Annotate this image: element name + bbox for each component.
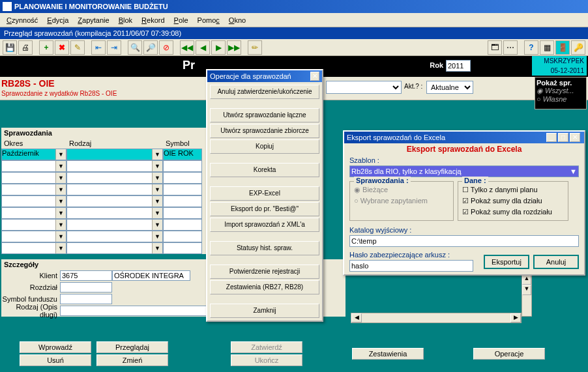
ukoncz-button[interactable]: Ukończ [231, 354, 302, 366]
operacje-titlebar[interactable]: Operacje dla sprawozdań ✕ [207, 70, 322, 82]
close-icon[interactable]: ✕ [310, 72, 319, 81]
maximize-icon[interactable]: □ [558, 133, 568, 142]
menu-rekord[interactable]: Rekord [138, 15, 168, 25]
chevron-down-icon[interactable]: ▼ [55, 149, 66, 160]
delete-icon[interactable]: ✖ [55, 40, 69, 55]
anuluj-zatw-button[interactable]: Anuluj zatwierdzenie/ukończenie [210, 85, 319, 99]
menu-pomoc[interactable]: Pomoc [194, 15, 224, 25]
table-row[interactable]: ▼▼ [1, 184, 209, 195]
eksport-titlebar[interactable]: Eksport sprawozdań do Excela _ □ ✕ [344, 132, 584, 143]
vertical-scrollbar[interactable]: ▲ ▼ [522, 274, 532, 317]
rok-input[interactable] [446, 60, 471, 72]
query2-icon[interactable]: 🔎 [143, 40, 158, 55]
menu-zapytanie[interactable]: Zapytanie [74, 15, 113, 25]
utworz-laczne-button[interactable]: Utwórz sprawozdanie łączne [210, 108, 319, 122]
import-xml-button[interactable]: Import sprawozdań z XML'a [210, 218, 319, 232]
przegladaj-button[interactable]: Przeglądaj [96, 341, 168, 353]
szablon-combo[interactable]: Rb28s dla RIO, tylko z klasyfikacją ▼ [349, 165, 579, 177]
zestawienia-button[interactable]: Zestawienia [352, 348, 424, 360]
klient-num-input[interactable] [60, 270, 112, 281]
scroll-left-icon[interactable]: ◀ [351, 313, 362, 322]
help-icon[interactable]: ? [524, 40, 538, 55]
save-icon[interactable]: 💾 [3, 40, 17, 55]
dane-plan-checkbox[interactable]: ☐ Tylko z danymi planu [462, 184, 564, 195]
table-row[interactable]: Październik▼ ▼ OIE ROK [1, 149, 209, 160]
zmien-button[interactable]: Zmień [96, 354, 168, 366]
table-row[interactable]: ▼▼ [1, 172, 209, 184]
chevron-down-icon[interactable]: ▼ [570, 167, 577, 175]
grid-icon[interactable]: ▦ [540, 40, 554, 55]
akt-label: Akt.? : [404, 83, 422, 90]
query1-icon[interactable]: 🔍 [128, 40, 142, 55]
table-row[interactable]: ▼▼ [1, 195, 209, 207]
eksport-header: Eksport sprawozdań do Excela [344, 143, 584, 155]
menu-okno[interactable]: Okno [225, 15, 250, 25]
tool-b-icon[interactable]: ⋯ [503, 40, 518, 55]
exit-icon[interactable]: 🚪 [555, 40, 570, 55]
prev-icon[interactable]: ◀ [196, 40, 210, 55]
usun-button[interactable]: Usuń [20, 354, 91, 366]
klient-name-input[interactable] [112, 270, 190, 281]
nav2-icon[interactable]: ⇥ [107, 40, 121, 55]
key-icon[interactable]: 🔑 [571, 40, 585, 55]
minimize-icon[interactable]: _ [546, 133, 557, 142]
chevron-down-icon[interactable]: ▼ [152, 149, 162, 160]
menu-blok[interactable]: Blok [115, 15, 136, 25]
zamknij-button[interactable]: Zamknij [210, 304, 319, 318]
eksportuj-button[interactable]: Eksportuj [484, 255, 529, 269]
symbol-input[interactable] [60, 294, 112, 304]
col-okres: Okres [1, 138, 66, 149]
menu-pole[interactable]: Pole [170, 15, 192, 25]
scroll-right-icon[interactable]: ▶ [510, 313, 521, 322]
table-row[interactable]: ▼▼ [1, 207, 209, 219]
dane-rozdzial-checkbox[interactable]: ☑ Pokaż sumy dla rozdziału [462, 207, 564, 218]
nav1-icon[interactable]: ⇤ [91, 40, 106, 55]
first-icon[interactable]: ◀◀ [180, 40, 194, 55]
utworz-zbiorcze-button[interactable]: Utwórz sprawozdanie zbiorcze [210, 124, 319, 138]
operacje-button[interactable]: Operacje [473, 348, 545, 360]
zestawienia-rb-button[interactable]: Zestawienia (RB27, RB28) [210, 280, 319, 294]
query3-icon[interactable]: ⊘ [159, 40, 173, 55]
korekta-button[interactable]: Korekta [210, 163, 319, 177]
pokaz-opt-own[interactable]: ○ Własne [537, 95, 585, 103]
clear-icon[interactable]: ✎ [70, 40, 85, 55]
table-row[interactable]: ▼▼ [1, 219, 209, 231]
tool-a-icon[interactable]: 🗔 [488, 40, 502, 55]
anuluj-button[interactable]: Anuluj [533, 255, 579, 269]
cell-rodzaj[interactable]: ▼ [66, 149, 163, 160]
menu-edycja[interactable]: Edycja [43, 15, 72, 25]
sprawozdania-grid: Sprawozdania Okres Rodzaj Symbol Paździe… [1, 128, 209, 254]
table-row[interactable]: ▼▼ [1, 242, 209, 254]
potwierdzenie-button[interactable]: Potwierdzenie rejestracji [210, 265, 319, 279]
table-row[interactable]: ▼▼ [1, 231, 209, 242]
horizontal-scrollbar[interactable]: ◀ ▶ [351, 313, 522, 323]
cell-okres[interactable]: Październik▼ [1, 149, 66, 160]
menu-czynnosc[interactable]: CCzynnośćzynność [3, 15, 42, 25]
rozdzial-label: Rozdział [1, 283, 60, 291]
eksport-bestia-button[interactable]: Eksport do pr. "Besti@" [210, 202, 319, 216]
add-icon[interactable]: + [39, 40, 53, 55]
filter-combo-1[interactable] [326, 81, 402, 94]
close-icon[interactable]: ✕ [570, 133, 580, 142]
table-row[interactable]: ▼▼ [1, 160, 209, 172]
print-icon[interactable]: 🖨 [18, 40, 33, 55]
cell-symbol[interactable]: OIE ROK [163, 149, 202, 160]
exp-excel-button[interactable]: EXP-Excel [210, 186, 319, 201]
last-icon[interactable]: ▶▶ [227, 40, 241, 55]
kopiuj-button[interactable]: Kopiuj [210, 139, 319, 154]
pokaz-opt-all[interactable]: ◉ Wszyst... [537, 87, 585, 95]
rozdzial-input[interactable] [60, 282, 112, 293]
edit-icon[interactable]: ✏ [248, 40, 262, 55]
scroll-down-icon[interactable]: ▼ [522, 285, 531, 295]
katalog-input[interactable] [349, 235, 579, 247]
wprowadz-button[interactable]: Wprowadź [20, 341, 91, 353]
haslo-input[interactable] [349, 260, 473, 272]
akt-combo[interactable]: Aktualne [426, 81, 473, 94]
toolbar: 💾 🖨 + ✖ ✎ ⇤ ⇥ 🔍 🔎 ⊘ ◀◀ ◀ ▶ ▶▶ ✏ 🗔 ⋯ ? ▦ … [0, 39, 588, 56]
pokaz-title: Pokaż spr. [537, 79, 585, 87]
zatwierdz-button[interactable]: Zatwierdź [231, 341, 302, 353]
next-icon[interactable]: ▶ [211, 40, 226, 55]
dane-dzial-checkbox[interactable]: ☑ Pokaż sumy dla działu [462, 195, 564, 207]
scroll-up-icon[interactable]: ▲ [522, 274, 531, 285]
statusy-button[interactable]: Statusy hist. spraw. [210, 241, 319, 255]
